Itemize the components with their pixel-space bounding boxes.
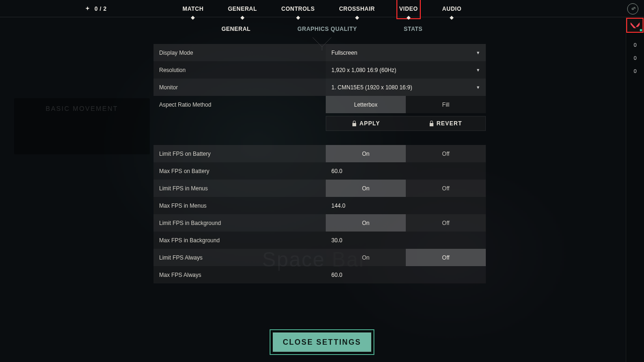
resolution-value: 1,920 x 1,080 16:9 (60Hz) [331, 67, 396, 73]
limit-fps-menus-on[interactable]: On [326, 180, 406, 197]
limit-fps-background-toggle: On Off [326, 214, 486, 232]
display-mode-label: Display Mode [154, 44, 326, 61]
tab-match[interactable]: MATCH [182, 0, 205, 17]
apply-button[interactable]: APPLY [326, 116, 406, 130]
lock-icon [429, 121, 434, 126]
svg-point-0 [632, 8, 634, 10]
display-mode-value: Fullscreen [331, 50, 357, 56]
monitor-value: 1. CMN15E5 (1920 x 1080 16:9) [331, 84, 412, 91]
monitor-dropdown[interactable]: 1. CMN15E5 (1920 x 1080 16:9) ▼ [326, 79, 486, 96]
resolution-dropdown[interactable]: 1,920 x 1,080 16:9 (60Hz) ▼ [326, 61, 486, 79]
limit-fps-menus-toggle: On Off [326, 180, 486, 197]
subtab-graphics-quality[interactable]: GRAPHICS QUALITY [297, 26, 357, 32]
sub-tabs: GENERAL GRAPHICS QUALITY STATS [0, 26, 644, 32]
tab-audio-label: AUDIO [442, 6, 461, 12]
row-resolution: Resolution 1,920 x 1,080 16:9 (60Hz) ▼ [154, 61, 486, 79]
gear-icon [629, 6, 636, 12]
tab-video-label: VIDEO [399, 6, 418, 12]
limit-fps-background-label: Limit FPS in Background [154, 214, 326, 232]
tutorial-hint-box: BASIC MOVEMENT [14, 98, 150, 154]
tab-general-label: GENERAL [228, 6, 257, 12]
limit-fps-battery-toggle: On Off [326, 145, 486, 162]
max-fps-background-value[interactable]: 30.0 [326, 232, 486, 249]
limit-fps-background-off[interactable]: Off [406, 214, 486, 232]
limit-fps-always-toggle: On Off [326, 249, 486, 266]
row-max-fps-menus: Max FPS in Menus 144.0 [154, 197, 486, 214]
aspect-fill-option[interactable]: Fill [406, 96, 486, 113]
row-monitor: Monitor 1. CMN15E5 (1920 x 1080 16:9) ▼ [154, 79, 486, 96]
close-settings-label: CLOSE SETTINGS [283, 338, 361, 347]
tab-audio[interactable]: AUDIO [441, 0, 462, 17]
row-limit-fps-always: Limit FPS Always On Off [154, 249, 486, 266]
chevron-down-icon: ▼ [476, 51, 480, 55]
max-fps-menus-label: Max FPS in Menus [154, 197, 326, 214]
apply-revert-row: APPLY REVERT [326, 116, 486, 131]
tab-general[interactable]: GENERAL [227, 0, 258, 17]
row-aspect-ratio: Aspect Ratio Method Letterbox Fill [154, 96, 486, 113]
apply-label: APPLY [359, 120, 380, 127]
right-stat-2: 0 [634, 55, 637, 61]
tab-controls[interactable]: CONTROLS [280, 0, 315, 17]
row-max-fps-background: Max FPS in Background 30.0 [154, 232, 486, 249]
tutorial-hint-text [22, 117, 141, 123]
aspect-letterbox-option[interactable]: Letterbox [326, 96, 406, 113]
max-fps-always-value[interactable]: 60.0 [326, 266, 486, 283]
limit-fps-always-label: Limit FPS Always [154, 249, 326, 266]
display-mode-dropdown[interactable]: Fullscreen ▼ [326, 44, 486, 61]
settings-panel: Display Mode Fullscreen ▼ Resolution 1,9… [154, 44, 486, 283]
tab-video[interactable]: VIDEO [398, 0, 419, 17]
right-stat-1: 0 [634, 42, 637, 48]
tab-controls-label: CONTROLS [281, 6, 315, 12]
main-tabs: MATCH GENERAL CONTROLS CROSSHAIR VIDEO A… [0, 0, 644, 17]
row-max-fps-always: Max FPS Always 60.0 [154, 266, 486, 283]
subtab-stats[interactable]: STATS [404, 26, 423, 32]
resolution-label: Resolution [154, 61, 326, 79]
limit-fps-background-on[interactable]: On [326, 214, 406, 232]
settings-gear-button[interactable] [627, 3, 638, 14]
revert-button[interactable]: REVERT [406, 116, 485, 130]
revert-label: REVERT [437, 120, 462, 127]
top-bar: 0 / 2 MATCH GENERAL CONTROLS CROSSHAIR V… [0, 0, 644, 17]
max-fps-always-label: Max FPS Always [154, 266, 326, 283]
tab-match-label: MATCH [183, 6, 204, 12]
limit-fps-battery-on[interactable]: On [326, 145, 406, 162]
row-max-fps-battery: Max FPS on Battery 60.0 [154, 162, 486, 180]
limit-fps-menus-label: Limit FPS in Menus [154, 180, 326, 197]
limit-fps-battery-label: Limit FPS on Battery [154, 145, 326, 162]
close-settings-button[interactable]: CLOSE SETTINGS [272, 332, 372, 353]
limit-fps-menus-off[interactable]: Off [406, 180, 486, 197]
row-limit-fps-menus: Limit FPS in Menus On Off [154, 180, 486, 197]
tutorial-hint-title: BASIC MOVEMENT [22, 105, 141, 112]
row-limit-fps-battery: Limit FPS on Battery On Off [154, 145, 486, 162]
max-fps-battery-label: Max FPS on Battery [154, 162, 326, 180]
max-fps-battery-value[interactable]: 60.0 [326, 162, 486, 180]
limit-fps-always-on[interactable]: On [326, 249, 406, 266]
limit-fps-always-off[interactable]: Off [406, 249, 486, 266]
max-fps-menus-value[interactable]: 144.0 [326, 197, 486, 214]
subtab-general[interactable]: GENERAL [221, 26, 250, 32]
chevron-down-icon: ▼ [476, 85, 480, 90]
aspect-ratio-toggle: Letterbox Fill [326, 96, 486, 113]
row-limit-fps-background: Limit FPS in Background On Off [154, 214, 486, 232]
chevron-down-icon: ▼ [476, 68, 480, 72]
aspect-ratio-label: Aspect Ratio Method [154, 96, 326, 113]
right-stat-3: 0 [634, 68, 637, 74]
limit-fps-battery-off[interactable]: Off [406, 145, 486, 162]
lock-icon [352, 121, 357, 126]
tab-crosshair-label: CROSSHAIR [339, 6, 375, 12]
row-display-mode: Display Mode Fullscreen ▼ [154, 44, 486, 61]
monitor-label: Monitor [154, 79, 326, 96]
tab-crosshair[interactable]: CROSSHAIR [338, 0, 376, 17]
max-fps-background-label: Max FPS in Background [154, 232, 326, 249]
